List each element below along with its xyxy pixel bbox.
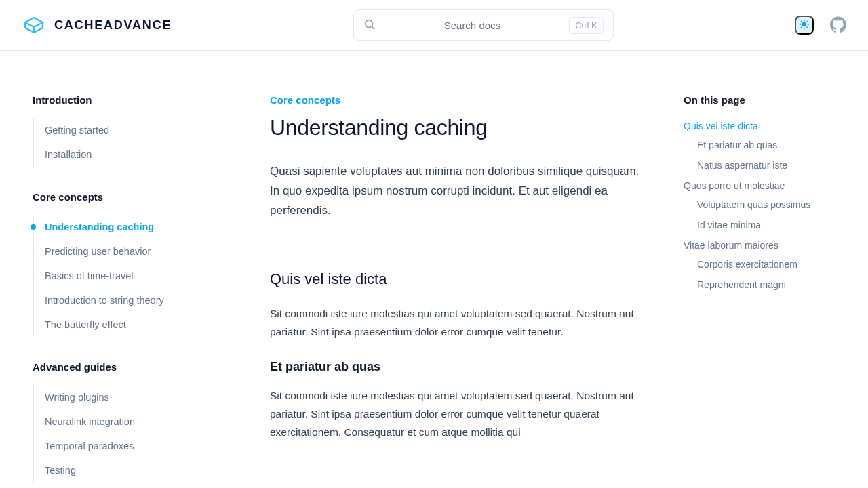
toc-subitem: Id vitae minima (697, 220, 846, 230)
github-link[interactable] (830, 16, 846, 35)
nav-item: Predicting user behavior (34, 239, 194, 264)
toc-item: Quos porro ut molestiaeVoluptatem quas p… (684, 180, 846, 230)
nav-link[interactable]: Temporal paradoxes (45, 441, 134, 451)
toc-sublink[interactable]: Corporis exercitationem (697, 259, 797, 270)
search-icon (363, 18, 376, 33)
nav-link[interactable]: Understanding caching (45, 222, 154, 232)
toc-title: On this page (684, 94, 846, 106)
nav-list: Understanding cachingPredicting user beh… (33, 215, 194, 337)
sidebar: IntroductionGetting startedInstallationC… (0, 51, 226, 488)
nav-item: Writing plugins (34, 385, 194, 409)
nav-link[interactable]: The butterfly effect (45, 319, 126, 330)
nav-section: Core conceptsUnderstanding cachingPredic… (33, 191, 194, 337)
svg-point-1 (802, 22, 806, 26)
header: CACHEADVANCE Search docs Ctrl K (0, 0, 868, 51)
search-button[interactable]: Search docs Ctrl K (353, 9, 614, 41)
toc: On this page Quis vel iste dictaEt paria… (684, 94, 846, 466)
nav-section: IntroductionGetting startedInstallation (33, 94, 194, 167)
toc-link[interactable]: Quos porro ut molestiae (684, 180, 785, 191)
toc-sublink[interactable]: Voluptatem quas possimus (697, 199, 810, 210)
theme-toggle-button[interactable] (795, 16, 814, 35)
toc-sublink[interactable]: Et pariatur ab quas (697, 140, 777, 150)
subsection-paragraph: Sit commodi iste iure molestias qui amet… (270, 386, 640, 441)
logo-icon (22, 13, 46, 37)
article-title: Understanding caching (270, 115, 640, 140)
search-shortcut: Ctrl K (569, 17, 604, 34)
nav-item: Introduction to string theory (34, 288, 194, 312)
toc-sublink[interactable]: Id vitae minima (697, 220, 761, 230)
svg-point-0 (365, 20, 372, 27)
nav-item: Understanding caching (34, 215, 194, 239)
body: IntroductionGetting startedInstallationC… (0, 51, 868, 488)
nav-list: Getting startedInstallation (33, 118, 194, 167)
toc-item: Quis vel iste dictaEt pariatur ab quasNa… (684, 121, 846, 171)
header-center: Search docs Ctrl K (188, 9, 778, 41)
divider (270, 243, 640, 243)
nav-item: Getting started (34, 118, 194, 142)
nav-item: Neuralink integration (34, 409, 194, 434)
main: Core concepts Understanding caching Quas… (226, 51, 868, 488)
toc-sublink[interactable]: Reprehenderit magni (697, 279, 786, 290)
nav-item: Testing (34, 458, 194, 483)
section-heading: Quis vel iste dicta (270, 270, 640, 288)
nav-list: Writing pluginsNeuralink integrationTemp… (33, 385, 194, 483)
toc-sublist: Et pariatur ab quasNatus aspernatur iste (684, 140, 846, 171)
logo-link[interactable]: CACHEADVANCE (22, 13, 172, 37)
nav-link[interactable]: Basics of time-travel (45, 270, 134, 281)
toc-item: Vitae laborum maioresCorporis exercitati… (684, 240, 846, 290)
github-icon (830, 16, 846, 35)
nav-section-title: Core concepts (33, 191, 194, 203)
article-lead: Quasi sapiente voluptates aut minima non… (270, 162, 640, 221)
search-placeholder: Search docs (384, 20, 561, 31)
toc-subitem: Natus aspernatur iste (697, 160, 846, 171)
logo-text: CACHEADVANCE (54, 18, 172, 33)
nav-section: Advanced guidesWriting pluginsNeuralink … (33, 361, 194, 483)
toc-subitem: Et pariatur ab quas (697, 140, 846, 150)
nav-link[interactable]: Getting started (45, 125, 109, 136)
toc-subitem: Reprehenderit magni (697, 279, 846, 290)
article-eyebrow: Core concepts (270, 94, 640, 106)
nav-item: Basics of time-travel (34, 264, 194, 288)
section-paragraph: Sit commodi iste iure molestias qui amet… (270, 304, 640, 341)
nav-link[interactable]: Testing (45, 465, 76, 476)
toc-sublink[interactable]: Natus aspernatur iste (697, 160, 787, 171)
nav-link[interactable]: Writing plugins (45, 392, 109, 403)
toc-link[interactable]: Quis vel iste dicta (684, 121, 758, 131)
header-right (795, 16, 846, 35)
toc-link[interactable]: Vitae laborum maiores (684, 240, 778, 251)
nav-item: Temporal paradoxes (34, 434, 194, 458)
sun-icon (799, 19, 810, 32)
nav-item: Installation (34, 142, 194, 167)
toc-sublist: Voluptatem quas possimusId vitae minima (684, 199, 846, 230)
article: Core concepts Understanding caching Quas… (270, 94, 640, 466)
nav-item: The butterfly effect (34, 312, 194, 337)
toc-subitem: Corporis exercitationem (697, 259, 846, 270)
toc-subitem: Voluptatem quas possimus (697, 199, 846, 210)
toc-sublist: Corporis exercitationemReprehenderit mag… (684, 259, 846, 290)
nav-section-title: Introduction (33, 94, 194, 106)
nav-link[interactable]: Predicting user behavior (45, 246, 151, 257)
nav-section-title: Advanced guides (33, 361, 194, 373)
nav-link[interactable]: Installation (45, 149, 92, 160)
subsection-heading: Et pariatur ab quas (270, 360, 640, 374)
nav-link[interactable]: Neuralink integration (45, 416, 135, 427)
toc-list: Quis vel iste dictaEt pariatur ab quasNa… (684, 121, 846, 290)
nav-link[interactable]: Introduction to string theory (45, 295, 164, 306)
